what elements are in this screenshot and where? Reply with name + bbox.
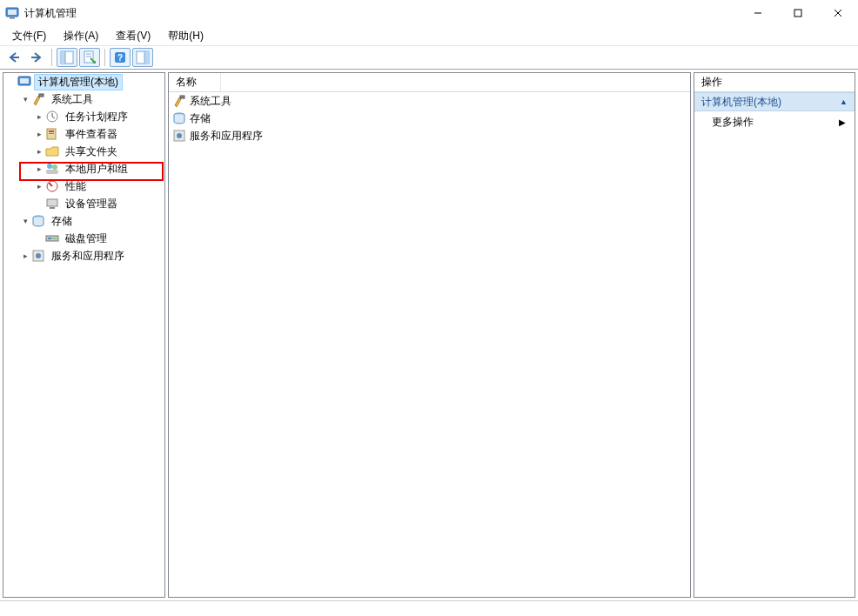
tree-label: 设备管理器 (62, 197, 121, 211)
shared-folders-icon (45, 144, 59, 158)
tree-disk-management[interactable]: 磁盘管理 (31, 230, 164, 247)
svg-point-25 (47, 164, 52, 169)
close-button[interactable] (818, 0, 858, 26)
back-button[interactable] (3, 48, 24, 67)
svg-rect-24 (49, 133, 54, 134)
show-hide-tree-button[interactable] (57, 48, 77, 67)
tree-label: 共享文件夹 (62, 144, 121, 159)
actions-group-label: 计算机管理(本地) (701, 95, 781, 110)
show-hide-action-button[interactable] (132, 48, 153, 67)
list-item-label: 系统工具 (190, 94, 231, 109)
disk-management-icon (45, 231, 59, 245)
services-apps-icon (31, 249, 45, 263)
column-name[interactable]: 名称 (169, 73, 221, 91)
list-pane: 名称 系统工具 存储 服务和应用程序 (168, 72, 691, 598)
svg-rect-29 (47, 199, 57, 206)
svg-point-26 (52, 164, 57, 170)
menu-action[interactable]: 操作(A) (57, 27, 105, 45)
svg-point-36 (36, 253, 41, 258)
tree-label: 服务和应用程序 (48, 249, 128, 264)
system-tools-icon (172, 94, 186, 108)
tree-pane: 计算机管理(本地) ▾ 系统工具 (3, 72, 165, 598)
chevron-down-icon[interactable]: ▾ (19, 93, 31, 105)
minimize-button[interactable] (738, 0, 778, 26)
maximize-button[interactable] (778, 0, 818, 26)
svg-rect-27 (46, 170, 58, 174)
blank-expander (33, 232, 45, 244)
svg-text:?: ? (117, 53, 123, 63)
svg-rect-23 (49, 131, 54, 132)
tree-device-manager[interactable]: 设备管理器 (31, 195, 164, 212)
title-bar: 计算机管理 (0, 0, 858, 26)
svg-rect-8 (61, 51, 65, 64)
actions-header: 操作 (694, 73, 855, 92)
actions-group-header[interactable]: 计算机管理(本地) ▲ (694, 92, 855, 111)
tree-local-users-groups[interactable]: ▸ 本地用户和组 (31, 160, 164, 177)
chevron-right-icon: ▶ (839, 117, 846, 127)
performance-icon (45, 179, 59, 193)
menu-help[interactable]: 帮助(H) (161, 27, 211, 45)
tree-shared-folders[interactable]: ▸ 共享文件夹 (31, 143, 164, 160)
menu-bar: 文件(F) 操作(A) 查看(V) 帮助(H) (0, 26, 858, 45)
list-item-label: 存储 (190, 111, 211, 126)
tree-label: 事件查看器 (62, 127, 121, 142)
list-item-system-tools[interactable]: 系统工具 (169, 92, 690, 110)
actions-pane: 操作 计算机管理(本地) ▲ 更多操作 ▶ (694, 72, 855, 598)
storage-icon (172, 111, 186, 125)
list-item-services-apps[interactable]: 服务和应用程序 (169, 127, 690, 144)
chevron-right-icon[interactable]: ▸ (33, 163, 45, 175)
tree-services-apps[interactable]: ▸ 服务和应用程序 (17, 247, 164, 264)
svg-rect-37 (180, 96, 184, 98)
tree-label: 本地用户和组 (62, 162, 131, 177)
action-more[interactable]: 更多操作 ▶ (694, 111, 855, 132)
properties-button[interactable] (79, 48, 100, 67)
device-manager-icon (45, 197, 59, 211)
services-apps-icon (172, 129, 186, 143)
chevron-right-icon[interactable]: ▸ (33, 145, 45, 157)
help-button[interactable]: ? (110, 48, 131, 67)
tree-storage[interactable]: ▾ 存储 (17, 212, 164, 230)
tree-performance[interactable]: ▸ 性能 (31, 177, 164, 195)
tree-system-tools[interactable]: ▾ 系统工具 (17, 90, 164, 108)
forward-button[interactable] (26, 48, 47, 67)
chevron-right-icon[interactable]: ▸ (33, 110, 45, 123)
svg-rect-2 (10, 17, 15, 19)
main-area: 计算机管理(本地) ▾ 系统工具 (0, 70, 858, 600)
list-header: 名称 (169, 73, 690, 92)
chevron-down-icon[interactable] (5, 76, 17, 88)
tree-label: 存储 (48, 214, 76, 229)
tree-root[interactable]: 计算机管理(本地) (3, 73, 164, 90)
system-tools-icon (31, 92, 45, 106)
menu-view[interactable]: 查看(V) (109, 27, 158, 45)
tree-label: 任务计划程序 (62, 110, 131, 124)
menu-file[interactable]: 文件(F) (5, 27, 53, 45)
collapse-icon: ▲ (840, 97, 848, 106)
svg-rect-19 (20, 78, 29, 84)
svg-rect-30 (50, 207, 55, 209)
list-item-label: 服务和应用程序 (190, 129, 263, 144)
svg-rect-33 (48, 238, 51, 239)
storage-icon (31, 214, 45, 228)
chevron-right-icon[interactable]: ▸ (19, 250, 31, 262)
blank-expander (33, 198, 45, 210)
list-item-storage[interactable]: 存储 (169, 110, 690, 127)
action-more-label: 更多操作 (712, 115, 754, 130)
tree-root-label: 计算机管理(本地) (34, 74, 123, 90)
svg-rect-16 (144, 51, 149, 64)
tree-label: 磁盘管理 (62, 231, 111, 246)
users-groups-icon (45, 162, 59, 176)
status-bar (0, 600, 858, 616)
app-icon (5, 6, 19, 20)
window-title: 计算机管理 (24, 6, 77, 21)
clock-icon (45, 110, 59, 124)
svg-rect-20 (39, 94, 44, 97)
tree-task-scheduler[interactable]: ▸ 任务计划程序 (31, 108, 164, 125)
svg-rect-4 (794, 10, 801, 17)
chevron-right-icon[interactable]: ▸ (33, 180, 45, 192)
computer-management-icon (17, 75, 31, 89)
chevron-down-icon[interactable]: ▾ (19, 215, 31, 227)
toolbar: ? (0, 45, 858, 70)
tree-event-viewer[interactable]: ▸ 事件查看器 (31, 125, 164, 143)
svg-point-40 (177, 133, 182, 138)
chevron-right-icon[interactable]: ▸ (33, 128, 45, 140)
